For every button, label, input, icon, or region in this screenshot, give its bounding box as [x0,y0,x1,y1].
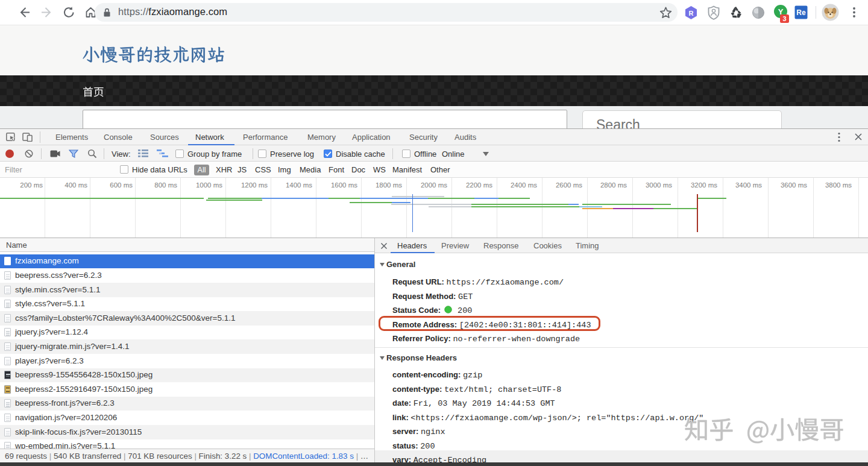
svg-text:Re: Re [796,8,806,17]
svg-text:3: 3 [782,15,786,22]
svg-text:R: R [689,10,694,17]
